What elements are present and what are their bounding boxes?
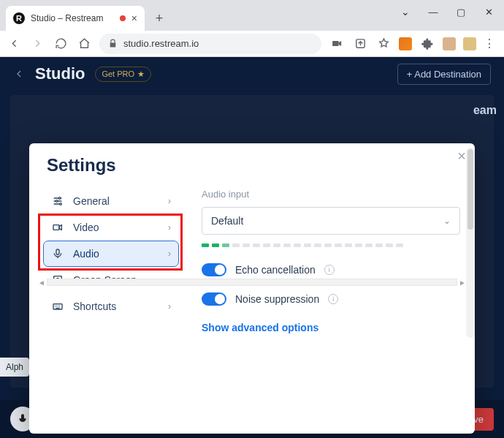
sliders-icon	[51, 195, 64, 207]
extensions-puzzle-icon[interactable]	[419, 36, 435, 52]
maximize-button[interactable]: ▢	[448, 3, 473, 20]
camera-icon[interactable]	[329, 36, 345, 52]
forward-button[interactable]	[29, 36, 45, 52]
settings-content: Audio input Default ⌄ Echo cancellation	[202, 189, 460, 333]
audio-input-select[interactable]: Default ⌄	[202, 207, 460, 235]
reload-button[interactable]	[53, 36, 69, 52]
chevron-down-icon: ⌄	[443, 216, 451, 226]
address-bar[interactable]: studio.restream.io	[99, 34, 321, 54]
partial-text: eam	[473, 104, 497, 117]
scroll-left-button[interactable]: ◄	[37, 277, 47, 287]
modal-vertical-scrollbar[interactable]	[466, 148, 475, 338]
settings-title: Settings	[39, 151, 465, 189]
favicon-icon: R	[13, 12, 25, 24]
toggle-label: Echo cancellation	[235, 264, 316, 276]
window-dropdown-button[interactable]: ⌄	[393, 3, 418, 20]
extension-metamask-icon[interactable]	[399, 37, 412, 50]
audio-level-meter	[202, 243, 460, 247]
share-icon[interactable]	[352, 36, 368, 52]
svg-rect-6	[56, 249, 59, 254]
settings-nav: General › Video › Audio ›	[44, 189, 178, 333]
nav-label: Audio	[73, 248, 99, 260]
studio-header: Studio Get PRO★ + Add Destination	[0, 57, 504, 91]
home-button[interactable]	[76, 36, 92, 52]
chevron-right-icon: ›	[168, 196, 171, 206]
nav-general[interactable]: General ›	[44, 189, 178, 214]
mic-icon	[51, 248, 64, 260]
add-destination-button[interactable]: + Add Destination	[397, 64, 491, 85]
chevron-right-icon: ›	[168, 301, 171, 311]
get-pro-button[interactable]: Get PRO★	[95, 67, 151, 82]
bookmark-star-icon[interactable]	[375, 36, 392, 52]
video-icon	[51, 222, 64, 233]
studio-back-button[interactable]	[13, 68, 25, 80]
window-controls: ⌄ — ▢ ✕	[393, 3, 501, 20]
back-button[interactable]	[6, 36, 22, 52]
browser-toolbar: studio.restream.io ⋮	[0, 31, 504, 57]
alpha-tag: Alph	[0, 358, 29, 377]
minimize-button[interactable]: —	[421, 3, 446, 20]
nav-label: General	[73, 195, 110, 207]
window-titlebar: R Studio – Restream × + ⌄ — ▢ ✕	[0, 0, 504, 31]
lock-icon	[108, 39, 118, 48]
echo-cancellation-toggle[interactable]	[202, 263, 226, 276]
select-value: Default	[211, 215, 243, 227]
echo-cancellation-row: Echo cancellation i	[202, 263, 460, 276]
modal-horizontal-scrollbar[interactable]: ◄ ►	[37, 277, 467, 287]
info-icon[interactable]: i	[328, 294, 338, 304]
nav-shortcuts[interactable]: Shortcuts ›	[44, 294, 178, 319]
keyboard-icon	[51, 301, 64, 312]
scroll-right-button[interactable]: ►	[457, 277, 467, 287]
extension-icon-2[interactable]	[463, 37, 476, 50]
browser-menu-button[interactable]: ⋮	[484, 37, 495, 50]
nav-video[interactable]: Video ›	[44, 215, 178, 240]
browser-tab[interactable]: R Studio – Restream ×	[6, 6, 145, 31]
noise-suppression-row: Noise suppression i	[202, 292, 460, 306]
settings-modal: × Settings General › Video ›	[29, 143, 475, 434]
svg-point-3	[56, 200, 58, 203]
info-icon[interactable]: i	[324, 265, 335, 275]
chevron-right-icon: ›	[168, 249, 171, 259]
close-window-button[interactable]: ✕	[476, 3, 501, 20]
tab-close-button[interactable]: ×	[131, 12, 137, 24]
star-icon: ★	[137, 69, 145, 79]
chevron-right-icon: ›	[168, 222, 171, 233]
new-tab-button[interactable]: +	[149, 8, 169, 29]
toggle-label: Noise suppression	[235, 293, 319, 305]
app-page: Studio Get PRO★ + Add Destination eam Al…	[0, 57, 504, 438]
svg-rect-5	[53, 225, 59, 230]
tab-title: Studio – Restream	[31, 13, 114, 23]
url-text: studio.restream.io	[123, 38, 199, 49]
svg-point-4	[60, 203, 62, 205]
nav-label: Shortcuts	[73, 301, 116, 312]
svg-point-2	[58, 197, 61, 200]
audio-input-label: Audio input	[202, 189, 460, 200]
extension-icon[interactable]	[443, 37, 456, 50]
page-title: Studio	[35, 64, 85, 83]
svg-rect-0	[332, 41, 339, 46]
noise-suppression-toggle[interactable]	[202, 292, 226, 306]
show-advanced-link[interactable]: Show advanced options	[202, 322, 460, 333]
nav-label: Video	[73, 222, 99, 233]
nav-audio[interactable]: Audio ›	[44, 241, 178, 266]
recording-indicator-icon	[120, 15, 126, 21]
